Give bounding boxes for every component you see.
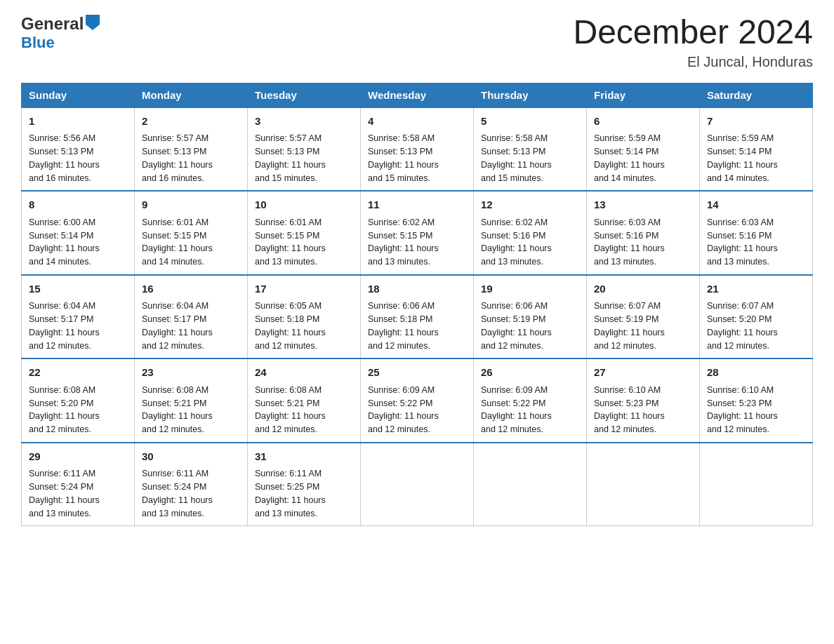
daylight-text-cont: and 13 minutes. — [594, 255, 692, 269]
calendar: Sunday Monday Tuesday Wednesday Thursday… — [21, 83, 813, 527]
day-number: 9 — [142, 197, 240, 213]
table-row: 14Sunrise: 6:03 AMSunset: 5:16 PMDayligh… — [700, 191, 813, 275]
daylight-text: Daylight: 11 hours — [368, 326, 466, 340]
sunset-text: Sunset: 5:19 PM — [594, 313, 692, 326]
sunrise-text: Sunrise: 6:08 AM — [255, 384, 353, 397]
sunset-text: Sunset: 5:14 PM — [707, 145, 805, 159]
calendar-week-row: 29Sunrise: 6:11 AMSunset: 5:24 PMDayligh… — [22, 443, 813, 526]
sunrise-text: Sunrise: 6:11 AM — [29, 467, 127, 481]
daylight-text: Daylight: 11 hours — [29, 494, 127, 507]
sunrise-text: Sunrise: 5:57 AM — [255, 132, 353, 145]
daylight-text: Daylight: 11 hours — [255, 494, 353, 507]
sunset-text: Sunset: 5:15 PM — [142, 229, 240, 243]
sunset-text: Sunset: 5:24 PM — [29, 481, 127, 494]
table-row: 12Sunrise: 6:02 AMSunset: 5:16 PMDayligh… — [474, 191, 587, 275]
sunset-text: Sunset: 5:23 PM — [594, 397, 692, 410]
daylight-text: Daylight: 11 hours — [255, 326, 353, 340]
day-number: 1 — [29, 114, 127, 130]
day-number: 21 — [707, 281, 805, 297]
table-row — [361, 443, 474, 526]
sunrise-text: Sunrise: 5:59 AM — [707, 132, 805, 145]
calendar-header-row: Sunday Monday Tuesday Wednesday Thursday… — [22, 83, 813, 107]
sunset-text: Sunset: 5:20 PM — [29, 397, 127, 410]
daylight-text: Daylight: 11 hours — [368, 410, 466, 423]
day-number: 13 — [594, 197, 692, 213]
header: General Blue December 2024 El Juncal, Ho… — [21, 14, 813, 70]
sunset-text: Sunset: 5:13 PM — [255, 145, 353, 159]
daylight-text: Daylight: 11 hours — [255, 410, 353, 423]
table-row: 15Sunrise: 6:04 AMSunset: 5:17 PMDayligh… — [22, 275, 135, 359]
daylight-text: Daylight: 11 hours — [594, 326, 692, 340]
day-number: 5 — [481, 114, 579, 130]
daylight-text-cont: and 13 minutes. — [255, 255, 353, 269]
table-row: 20Sunrise: 6:07 AMSunset: 5:19 PMDayligh… — [587, 275, 700, 359]
table-row: 2Sunrise: 5:57 AMSunset: 5:13 PMDaylight… — [135, 107, 248, 192]
calendar-week-row: 15Sunrise: 6:04 AMSunset: 5:17 PMDayligh… — [22, 275, 813, 359]
sunrise-text: Sunrise: 6:06 AM — [368, 300, 466, 313]
sunrise-text: Sunrise: 6:05 AM — [255, 300, 353, 313]
day-number: 30 — [142, 449, 240, 465]
table-row: 9Sunrise: 6:01 AMSunset: 5:15 PMDaylight… — [135, 191, 248, 275]
sunrise-text: Sunrise: 5:57 AM — [142, 132, 240, 145]
daylight-text-cont: and 12 minutes. — [707, 423, 805, 436]
table-row: 19Sunrise: 6:06 AMSunset: 5:19 PMDayligh… — [474, 275, 587, 359]
day-number: 24 — [255, 365, 353, 381]
logo-arrow-icon — [86, 15, 100, 33]
daylight-text-cont: and 12 minutes. — [594, 340, 692, 353]
day-number: 22 — [29, 365, 127, 381]
table-row: 28Sunrise: 6:10 AMSunset: 5:23 PMDayligh… — [700, 358, 813, 443]
table-row: 31Sunrise: 6:11 AMSunset: 5:25 PMDayligh… — [248, 443, 361, 526]
daylight-text-cont: and 12 minutes. — [481, 340, 579, 353]
daylight-text-cont: and 14 minutes. — [142, 255, 240, 269]
table-row: 22Sunrise: 6:08 AMSunset: 5:20 PMDayligh… — [22, 358, 135, 443]
sunset-text: Sunset: 5:14 PM — [29, 229, 127, 243]
sunrise-text: Sunrise: 6:03 AM — [594, 216, 692, 229]
sunrise-text: Sunrise: 5:59 AM — [594, 132, 692, 145]
day-number: 2 — [142, 114, 240, 130]
table-row: 27Sunrise: 6:10 AMSunset: 5:23 PMDayligh… — [587, 358, 700, 443]
table-row: 23Sunrise: 6:08 AMSunset: 5:21 PMDayligh… — [135, 358, 248, 443]
sunset-text: Sunset: 5:24 PM — [142, 481, 240, 494]
day-number: 19 — [481, 281, 579, 297]
daylight-text-cont: and 12 minutes. — [255, 423, 353, 436]
daylight-text-cont: and 12 minutes. — [594, 423, 692, 436]
daylight-text: Daylight: 11 hours — [142, 159, 240, 172]
daylight-text-cont: and 16 minutes. — [142, 172, 240, 185]
table-row: 21Sunrise: 6:07 AMSunset: 5:20 PMDayligh… — [700, 275, 813, 359]
sunset-text: Sunset: 5:15 PM — [368, 229, 466, 243]
table-row: 24Sunrise: 6:08 AMSunset: 5:21 PMDayligh… — [248, 358, 361, 443]
daylight-text-cont: and 14 minutes. — [29, 255, 127, 269]
table-row: 7Sunrise: 5:59 AMSunset: 5:14 PMDaylight… — [700, 107, 813, 192]
sunset-text: Sunset: 5:19 PM — [481, 313, 579, 326]
sunrise-text: Sunrise: 6:10 AM — [707, 384, 805, 397]
daylight-text: Daylight: 11 hours — [707, 410, 805, 423]
daylight-text: Daylight: 11 hours — [481, 410, 579, 423]
day-number: 12 — [481, 197, 579, 213]
daylight-text-cont: and 13 minutes. — [368, 255, 466, 269]
table-row: 10Sunrise: 6:01 AMSunset: 5:15 PMDayligh… — [248, 191, 361, 275]
table-row: 4Sunrise: 5:58 AMSunset: 5:13 PMDaylight… — [361, 107, 474, 192]
daylight-text-cont: and 14 minutes. — [594, 172, 692, 185]
day-number: 14 — [707, 197, 805, 213]
daylight-text-cont: and 12 minutes. — [29, 423, 127, 436]
daylight-text-cont: and 12 minutes. — [481, 423, 579, 436]
sunset-text: Sunset: 5:21 PM — [255, 397, 353, 410]
sunset-text: Sunset: 5:13 PM — [142, 145, 240, 159]
table-row: 26Sunrise: 6:09 AMSunset: 5:22 PMDayligh… — [474, 358, 587, 443]
daylight-text: Daylight: 11 hours — [368, 159, 466, 172]
logo-general: General — [21, 14, 84, 34]
daylight-text: Daylight: 11 hours — [594, 242, 692, 255]
sunrise-text: Sunrise: 6:09 AM — [481, 384, 579, 397]
sunrise-text: Sunrise: 6:08 AM — [142, 384, 240, 397]
daylight-text: Daylight: 11 hours — [594, 410, 692, 423]
table-row: 17Sunrise: 6:05 AMSunset: 5:18 PMDayligh… — [248, 275, 361, 359]
sunrise-text: Sunrise: 6:07 AM — [594, 300, 692, 313]
day-number: 3 — [255, 114, 353, 130]
page-subtitle: El Juncal, Honduras — [573, 54, 813, 70]
day-number: 10 — [255, 197, 353, 213]
day-number: 26 — [481, 365, 579, 381]
daylight-text: Daylight: 11 hours — [142, 410, 240, 423]
daylight-text: Daylight: 11 hours — [142, 242, 240, 255]
logo: General Blue — [21, 14, 100, 52]
header-thursday: Thursday — [474, 83, 587, 107]
